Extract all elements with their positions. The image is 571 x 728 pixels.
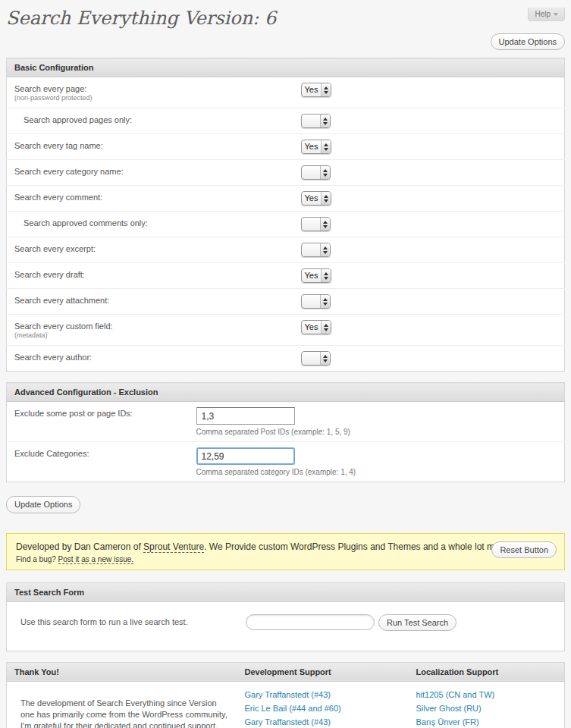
select-stepper-icon [320, 295, 330, 308]
yes-no-select[interactable] [301, 294, 331, 309]
thank-you-message: The development of Search Everything sin… [20, 698, 230, 728]
setting-label: Search every comment: [14, 191, 286, 202]
select-value [302, 218, 320, 231]
update-options-button-bottom[interactable]: Update Options [6, 496, 80, 513]
contributor-link[interactable]: Barış Ünver (FR) [416, 717, 479, 726]
page-title: Search Everything Version: 6 [6, 8, 565, 29]
loc-links: hit1205 (CN and TW) Silver Ghost (RU) Ba… [416, 687, 557, 728]
search-everything-settings-page: Help Search Everything Version: 6 Update… [0, 8, 571, 728]
select-value: Yes [302, 140, 322, 153]
select-value [302, 352, 320, 365]
contributor-link[interactable]: Gary Traffanstedt (#43) [245, 717, 331, 726]
setting-label: Exclude Categories: [14, 447, 181, 459]
contributor-link[interactable]: Eric Le Bail (#44 and #60) [245, 704, 341, 713]
config-row: Search every author: [7, 346, 565, 372]
test-search-description: Use this search form to run a live searc… [20, 614, 246, 626]
yes-no-select[interactable]: Yes [301, 191, 332, 206]
submit-row: Update Options [6, 496, 565, 513]
dev-links: Gary Traffanstedt (#43) Eric Le Bail (#4… [245, 687, 401, 728]
select-stepper-icon [320, 166, 330, 179]
contributor-link[interactable]: hit1205 (CN and TW) [416, 690, 495, 699]
basic-configuration-table: Basic Configuration Search every page: (… [6, 58, 565, 372]
test-search-form-table: Test Search Form Use this search form to… [6, 582, 565, 651]
config-row: Search every excerpt: [7, 237, 565, 263]
yes-no-select[interactable] [301, 243, 331, 257]
select-stepper-icon [320, 115, 330, 127]
setting-label: Search every attachment: [14, 294, 286, 306]
setting-label: Search every draft: [14, 268, 286, 280]
basic-config-rows: Search every page: (non-password protect… [7, 77, 565, 372]
config-row: Search every attachment: [7, 289, 565, 315]
select-value [302, 243, 320, 256]
yes-no-select[interactable]: Yes [301, 320, 332, 334]
developer-credit-line: Developed by Dan Cameron of Sprout Ventu… [16, 541, 555, 553]
developer-notice: Reset Button Developed by Dan Cameron of… [6, 533, 565, 570]
exclude-post-ids-input[interactable] [196, 407, 295, 425]
config-row: Search every tag name: Yes [7, 134, 565, 160]
select-value [302, 295, 320, 308]
setting-label: Search every author: [14, 351, 286, 362]
select-value [302, 166, 320, 179]
setting-label: Exclude some post or page IDs: [14, 407, 181, 419]
config-row: Search approved pages only: [7, 108, 565, 134]
config-row: Search every comment: Yes [7, 186, 565, 212]
list-item: Gary Traffanstedt (#43) [245, 689, 401, 701]
yes-no-select[interactable]: Yes [301, 268, 332, 283]
thank-you-header: Thank You! [7, 662, 237, 681]
select-value: Yes [302, 321, 322, 334]
yes-no-select[interactable] [301, 217, 331, 231]
config-row: Search every page: (non-password protect… [7, 77, 565, 108]
setting-label: Search every excerpt: [14, 243, 286, 254]
yes-no-select[interactable] [301, 351, 331, 366]
list-item: hit1205 (CN and TW) [416, 689, 557, 701]
credit-text-suffix: . We Provide custom WordPress Plugins an… [204, 541, 510, 552]
select-stepper-icon [320, 218, 330, 231]
config-row: Search approved comments only: [7, 212, 565, 237]
exclude-post-ids-help: Comma separated Post IDs (example: 1, 5,… [196, 428, 557, 436]
select-value [302, 115, 320, 127]
advanced-configuration-table: Advanced Configuration - Exclusion Exclu… [6, 382, 565, 482]
yes-no-select[interactable]: Yes [301, 83, 332, 97]
list-item: Barış Ünver (FR) [416, 716, 557, 728]
sprout-venture-link[interactable]: Sprout Venture [143, 541, 204, 553]
development-support-header: Development Support [237, 662, 409, 681]
localization-support-header: Localization Support [409, 662, 565, 681]
test-search-input[interactable] [246, 614, 375, 630]
help-label: Help [535, 10, 551, 18]
bug-report-line: Find a bug? Post it as a new issue. [16, 555, 555, 563]
list-item: Eric Le Bail (#44 and #60) [245, 702, 401, 714]
yes-no-select[interactable] [301, 165, 331, 180]
list-item: Gary Traffanstedt (#43) [245, 716, 401, 728]
bug-text: Find a bug? [16, 555, 58, 563]
yes-no-select[interactable]: Yes [301, 140, 332, 154]
update-options-button-top[interactable]: Update Options [491, 33, 565, 50]
help-menu-button[interactable]: Help [528, 8, 565, 21]
select-value: Yes [302, 269, 322, 282]
reset-button[interactable]: Reset Button [491, 541, 557, 558]
test-search-form-header: Test Search Form [7, 582, 565, 601]
setting-label: Search approved comments only: [14, 217, 286, 228]
advanced-configuration-header: Advanced Configuration - Exclusion [7, 383, 565, 402]
list-item: Silver Ghost (RU) [416, 702, 557, 714]
select-stepper-icon [321, 269, 331, 282]
run-test-search-button[interactable]: Run Test Search [378, 614, 456, 631]
config-row: Search every draft: Yes [7, 263, 565, 289]
contributor-link[interactable]: Gary Traffanstedt (#43) [245, 690, 331, 699]
exclude-categories-input[interactable] [196, 447, 295, 465]
yes-no-select[interactable] [301, 114, 331, 128]
report-issue-link[interactable]: Post it as a new issue. [58, 555, 134, 564]
exclude-categories-row: Exclude Categories: Comma separated cate… [7, 442, 565, 482]
setting-label: Search every custom field: [14, 320, 286, 331]
basic-configuration-header: Basic Configuration [7, 58, 565, 77]
setting-label: Search every tag name: [14, 140, 286, 151]
contributor-link[interactable]: Silver Ghost (RU) [416, 704, 482, 713]
config-row: Search every custom field: (metadata) Ye… [7, 315, 565, 346]
select-stepper-icon [321, 83, 331, 96]
credit-text: Developed by Dan Cameron of [16, 541, 143, 552]
select-value: Yes [302, 192, 322, 205]
select-stepper-icon [321, 140, 331, 153]
select-stepper-icon [321, 192, 331, 205]
thank-you-table: Thank You! Development Support Localizat… [6, 662, 565, 728]
select-stepper-icon [320, 352, 330, 365]
exclude-categories-help: Comma separated category IDs (example: 1… [196, 468, 557, 476]
